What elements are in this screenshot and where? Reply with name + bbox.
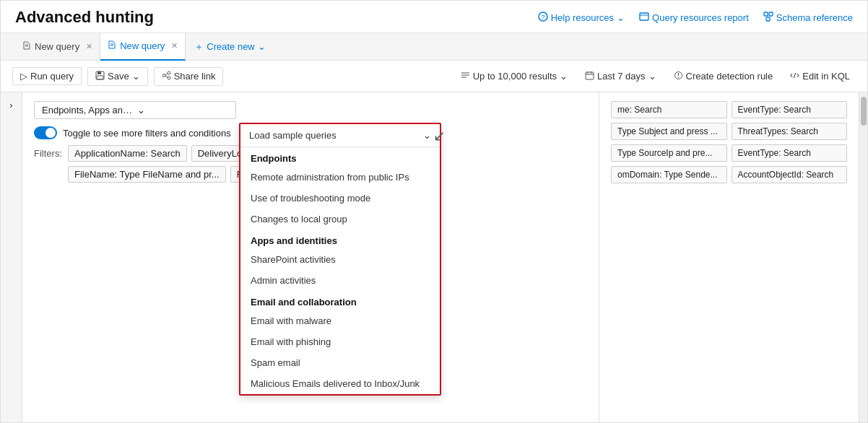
svg-point-28	[677, 77, 679, 78]
save-label: Save	[108, 71, 129, 82]
right-filter-5[interactable]: EventType: Search	[732, 144, 848, 162]
filters-toggle[interactable]	[34, 126, 57, 139]
tab-new-query-2[interactable]: New query ✕	[100, 33, 186, 61]
chevron-time: ⌄	[648, 71, 656, 82]
save-button[interactable]: Save ⌄	[87, 67, 148, 86]
page-title: Advanced hunting	[15, 8, 154, 27]
query-area: Endpoints, Apps and identities - Activit…	[22, 92, 599, 422]
svg-point-16	[168, 77, 170, 79]
category-apps: Apps and identities	[240, 230, 440, 249]
scrollbar[interactable]	[859, 92, 867, 422]
item-remote-admin[interactable]: Remote administration from public IPs	[240, 167, 440, 188]
item-sharepoint[interactable]: SharePoint activities	[240, 249, 440, 270]
scope-dropdown[interactable]: Endpoints, Apps and identities - Activit…	[34, 101, 236, 119]
right-filter-1[interactable]: EventType: Search	[732, 101, 848, 118]
item-spam[interactable]: Spam email	[240, 352, 440, 373]
right-filter-grid: me: Search EventType: Search Type Subjec…	[611, 101, 847, 183]
right-filter-2[interactable]: Type Subject and press ...	[611, 123, 727, 140]
svg-point-15	[162, 74, 165, 77]
query-tab-icon	[22, 41, 31, 52]
toolbar: ▷ Run query Save ⌄ Share link Up to 10,0…	[1, 61, 867, 92]
right-filter-4[interactable]: Type SourceIp and pre...	[611, 144, 727, 162]
scrollbar-thumb[interactable]	[861, 97, 867, 126]
query-resources-button[interactable]: Query resources report	[639, 12, 749, 24]
right-filter-6[interactable]: omDomain: Type Sende...	[611, 166, 727, 183]
svg-rect-4	[764, 12, 768, 16]
right-filter-0[interactable]: me: Search	[611, 101, 727, 118]
svg-rect-2	[640, 13, 648, 20]
tab-new-query-1[interactable]: New query ✕	[15, 33, 100, 61]
chevron-down-icon-tab: ⌄	[258, 41, 266, 52]
item-malware[interactable]: Email with malware	[240, 310, 440, 331]
edit-kql-button[interactable]: Edit in KQL	[784, 68, 856, 85]
svg-text:?: ?	[541, 14, 544, 21]
right-filter-3[interactable]: ThreatTypes: Search	[732, 123, 848, 140]
filter-row: Endpoints, Apps and identities - Activit…	[34, 101, 587, 119]
results-limit-label: Up to 10,000 results	[473, 71, 557, 82]
scope-dropdown-value: Endpoints, Apps and identities - Activit…	[42, 105, 133, 115]
create-detection-button[interactable]: Create detection rule	[668, 68, 779, 85]
query-resources-label: Query resources report	[652, 12, 749, 23]
toggle-thumb	[45, 128, 56, 138]
svg-rect-12	[97, 71, 101, 74]
tab-bar: New query ✕ New query ✕ ＋ Create new ⌄	[1, 33, 867, 61]
chevron-down-scope: ⌄	[137, 105, 228, 115]
app-header: Advanced hunting ? Help resources ⌄ Quer…	[1, 1, 867, 33]
time-range-label: Last 7 days	[597, 71, 646, 82]
sidebar-toggle-button[interactable]: ›	[1, 92, 22, 422]
svg-line-17	[165, 74, 168, 75]
toolbar-right: Up to 10,000 results ⌄ Last 7 days ⌄ Cre…	[455, 68, 856, 85]
svg-rect-22	[586, 72, 594, 79]
tab-close-button-2[interactable]: ✕	[171, 41, 178, 51]
plus-icon: ＋	[194, 40, 204, 53]
cursor-icon: ↙	[433, 127, 446, 144]
create-new-label: Create new	[207, 41, 254, 52]
help-resources-label: Help resources	[551, 12, 614, 23]
item-admin[interactable]: Admin activities	[240, 270, 440, 291]
save-icon	[95, 71, 105, 82]
detection-icon	[674, 71, 683, 82]
category-endpoints: Endpoints	[240, 147, 440, 167]
share-link-label: Share link	[174, 71, 216, 82]
item-phishing[interactable]: Email with phishing	[240, 331, 440, 352]
tab-label: New query	[35, 41, 79, 52]
create-new-button[interactable]: ＋ Create new ⌄	[186, 33, 274, 61]
edit-kql-label: Edit in KQL	[802, 71, 850, 82]
toggle-label: Toggle to see more filters and condition…	[63, 128, 231, 139]
query-icon	[639, 12, 649, 24]
chevron-down-icon: ⌄	[617, 12, 625, 23]
schema-reference-button[interactable]: Schema reference	[763, 12, 853, 24]
tab-label-2: New query	[120, 40, 165, 51]
main-area: › Endpoints, Apps and identities - Activ…	[1, 92, 867, 422]
share-link-button[interactable]: Share link	[154, 67, 224, 86]
kql-icon	[790, 71, 799, 82]
dropdown-items: Endpoints Remote administration from pub…	[240, 147, 440, 394]
help-icon: ?	[538, 12, 548, 24]
query-tab-icon-2	[108, 40, 116, 51]
svg-line-18	[165, 76, 168, 77]
tab-close-button[interactable]: ✕	[86, 42, 92, 51]
help-resources-button[interactable]: ? Help resources ⌄	[538, 12, 625, 24]
dropdown-header-label: Load sample queries	[249, 130, 337, 141]
filter-tag-0[interactable]: ApplicationName: Search	[68, 145, 187, 162]
run-query-label: Run query	[30, 71, 74, 82]
chevron-down-save: ⌄	[132, 71, 140, 82]
schema-icon	[763, 12, 773, 24]
item-malicious-emails[interactable]: Malicious Emails delivered to Inbox/Junk	[240, 373, 440, 394]
share-icon	[162, 71, 171, 82]
run-query-button[interactable]: ▷ Run query	[12, 67, 82, 85]
calendar-icon	[585, 71, 594, 82]
svg-rect-5	[769, 12, 773, 16]
header-actions: ? Help resources ⌄ Query resources repor…	[538, 12, 853, 24]
chevron-results: ⌄	[560, 71, 568, 82]
results-limit-button[interactable]: Up to 10,000 results ⌄	[455, 68, 573, 85]
svg-point-14	[168, 71, 170, 74]
item-local-group[interactable]: Changes to local group	[240, 209, 440, 230]
play-icon: ▷	[20, 71, 27, 82]
filters-label: Filters:	[34, 148, 62, 159]
create-detection-label: Create detection rule	[686, 71, 773, 82]
filter-tag-2[interactable]: FileName: Type FileName and pr...	[68, 166, 226, 183]
item-troubleshoot[interactable]: Use of troubleshooting mode	[240, 188, 440, 209]
right-filter-7[interactable]: AccountObjectId: Search	[732, 166, 848, 183]
time-range-button[interactable]: Last 7 days ⌄	[579, 68, 662, 85]
